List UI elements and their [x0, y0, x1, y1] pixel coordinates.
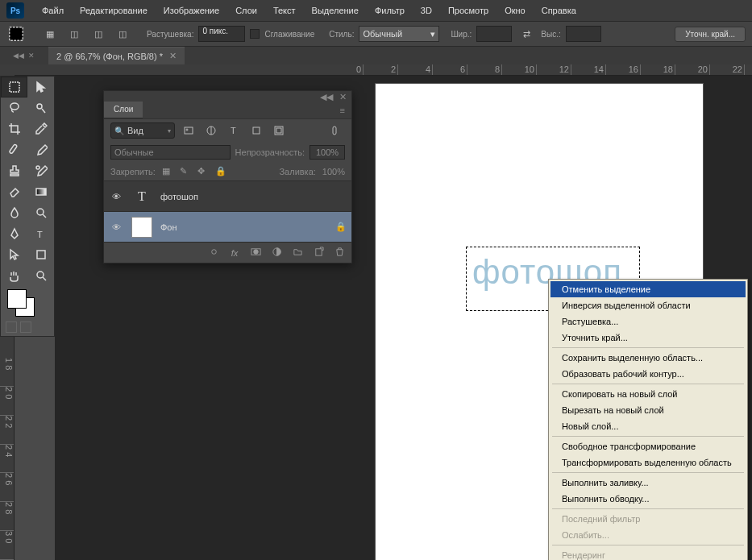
- layer-filter-kind[interactable]: 🔍 Вид: [110, 122, 175, 139]
- menu-окно[interactable]: Окно: [496, 6, 534, 15]
- ctx-item[interactable]: Новый слой...: [550, 418, 746, 434]
- tool-lasso[interactable]: [1, 97, 27, 118]
- width-input[interactable]: [476, 26, 512, 42]
- swap-wh-icon[interactable]: ⇄: [517, 24, 536, 44]
- ctx-item[interactable]: Выполнить заливку...: [550, 475, 746, 491]
- tool-dodge[interactable]: [27, 202, 54, 223]
- menu-изображение[interactable]: Изображение: [156, 6, 227, 15]
- layer-thumb[interactable]: T: [131, 186, 152, 207]
- layer-row[interactable]: 👁 T фотошоп: [104, 180, 351, 211]
- visibility-icon[interactable]: 👁: [109, 192, 123, 201]
- tool-brush[interactable]: [27, 139, 54, 160]
- opacity-input[interactable]: 100%: [310, 145, 345, 160]
- visibility-icon[interactable]: 👁: [109, 222, 123, 232]
- tool-crop[interactable]: [1, 118, 27, 139]
- add-selection-icon[interactable]: ◫: [64, 24, 84, 44]
- menu-просмотр[interactable]: Просмотр: [440, 6, 496, 15]
- layer-row[interactable]: 👁 Фон 🔒: [104, 211, 351, 242]
- ctx-item[interactable]: Трансформировать выделенную область: [550, 454, 746, 471]
- mask-icon[interactable]: [250, 247, 261, 259]
- tool-zoom[interactable]: [27, 265, 54, 286]
- layer-via-copy-icon[interactable]: ▦: [40, 24, 60, 44]
- ctx-item[interactable]: Сохранить выделенную область...: [550, 350, 746, 366]
- tool-hand[interactable]: [1, 265, 27, 286]
- ctx-item[interactable]: Растушевка...: [550, 313, 746, 330]
- screenmode-icon[interactable]: [20, 321, 31, 333]
- filter-smart-icon[interactable]: [270, 122, 288, 139]
- tool-quick-select[interactable]: [27, 97, 54, 118]
- lock-icon: 🔒: [335, 222, 347, 232]
- height-input[interactable]: [566, 26, 601, 42]
- lock-position-icon[interactable]: ✥: [197, 166, 209, 177]
- layers-tab[interactable]: Слои: [104, 102, 143, 118]
- fill-label: Заливка:: [279, 167, 315, 176]
- quickmask-icon[interactable]: [6, 321, 17, 333]
- lock-pixels-icon[interactable]: ✎: [180, 166, 191, 177]
- menu-фильтр[interactable]: Фильтр: [367, 6, 413, 15]
- panel-collapse-handle[interactable]: ◀◀ ✕: [0, 47, 48, 64]
- link-layers-icon[interactable]: [208, 247, 219, 259]
- fill-input[interactable]: 100%: [322, 167, 345, 176]
- tool-healing[interactable]: [1, 139, 27, 160]
- tool-text[interactable]: T: [27, 223, 54, 244]
- group-icon[interactable]: [292, 247, 303, 259]
- ctx-item[interactable]: Уточнить край...: [550, 330, 746, 346]
- color-swatches[interactable]: [1, 286, 54, 318]
- new-layer-icon[interactable]: [313, 247, 324, 259]
- ctx-item[interactable]: Скопировать на новый слой: [550, 386, 746, 402]
- adjustment-icon[interactable]: [271, 247, 282, 259]
- tool-stamp[interactable]: [1, 160, 27, 181]
- tool-shape[interactable]: [27, 244, 54, 265]
- filter-shape-icon[interactable]: [247, 122, 265, 139]
- ctx-item[interactable]: Свободное трансформирование: [550, 438, 746, 454]
- layer-thumb[interactable]: [131, 217, 152, 238]
- lock-transparency-icon[interactable]: ▦: [162, 166, 173, 177]
- menu-3d[interactable]: 3D: [413, 6, 440, 15]
- filter-text-icon[interactable]: T: [225, 122, 243, 139]
- tool-gradient[interactable]: [27, 181, 54, 202]
- filter-toggle[interactable]: [327, 122, 345, 139]
- close-panel-icon[interactable]: ✕: [339, 92, 347, 102]
- menu-текст[interactable]: Текст: [265, 6, 304, 15]
- ctx-item[interactable]: Выполнить обводку...: [550, 491, 746, 507]
- ctx-item[interactable]: Отменить выделение: [550, 281, 746, 297]
- blend-mode-select[interactable]: Обычные: [110, 145, 231, 160]
- lock-all-icon[interactable]: 🔒: [215, 166, 226, 177]
- tool-history-brush[interactable]: [27, 160, 54, 181]
- fx-icon[interactable]: fx: [229, 248, 240, 258]
- panel-titlebar[interactable]: ◀◀✕: [104, 91, 351, 102]
- svg-rect-9: [37, 251, 45, 259]
- filter-pixel-icon[interactable]: [180, 122, 197, 139]
- menu-редактирование[interactable]: Редактирование: [72, 6, 156, 15]
- ctx-item: Последний фильтр: [550, 511, 746, 527]
- menu-файл[interactable]: Файл: [34, 6, 72, 15]
- tool-eyedropper[interactable]: [27, 118, 54, 139]
- ctx-item[interactable]: Вырезать на новый слой: [550, 402, 746, 418]
- tool-path-select[interactable]: [1, 244, 27, 265]
- fg-color[interactable]: [7, 289, 27, 309]
- ctx-item[interactable]: Инверсия выделенной области: [550, 297, 746, 313]
- tool-eraser[interactable]: [1, 181, 27, 202]
- antialias-checkbox[interactable]: [250, 29, 260, 39]
- ctx-item[interactable]: Образовать рабочий контур...: [550, 366, 746, 382]
- panel-menu-icon[interactable]: ≡: [334, 102, 351, 118]
- refine-edge-button[interactable]: Уточн. край...: [675, 27, 746, 42]
- document-tab[interactable]: 2 @ 66,7% (Фон, RGB/8) * ✕: [48, 47, 185, 64]
- svg-point-5: [36, 166, 39, 169]
- subtract-selection-icon[interactable]: ◫: [89, 24, 108, 44]
- trash-icon[interactable]: [334, 247, 345, 259]
- menu-выделение[interactable]: Выделение: [304, 6, 367, 15]
- marquee-mode-icon[interactable]: [6, 24, 26, 44]
- style-select[interactable]: Обычный▾: [359, 26, 439, 42]
- menu-слои[interactable]: Слои: [227, 6, 265, 15]
- tool-move[interactable]: [27, 77, 54, 97]
- collapse-icon[interactable]: ◀◀: [320, 92, 333, 102]
- close-tab-icon[interactable]: ✕: [169, 51, 177, 61]
- filter-adjust-icon[interactable]: [202, 122, 220, 139]
- feather-input[interactable]: 0 пикс.: [198, 26, 245, 42]
- intersect-selection-icon[interactable]: ◫: [113, 24, 132, 44]
- tool-pen[interactable]: [1, 223, 27, 244]
- tool-blur[interactable]: [1, 202, 27, 223]
- menu-справка[interactable]: Справка: [534, 6, 584, 15]
- tool-marquee[interactable]: [1, 77, 27, 97]
